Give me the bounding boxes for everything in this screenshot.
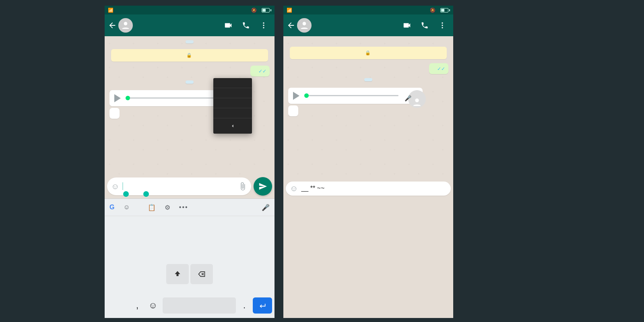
message-hey[interactable]: ✓✓ (250, 66, 270, 76)
settings-icon[interactable]: ⚙ (165, 204, 170, 211)
contact-avatar[interactable] (297, 18, 312, 33)
input-row: ☺ (105, 175, 275, 199)
chat-area[interactable]: 🔒 ✓✓ (283, 36, 453, 192)
svg-point-3 (263, 27, 264, 28)
voice-progress[interactable] (304, 95, 398, 96)
encryption-notice[interactable]: 🔒 (111, 49, 268, 62)
menu-bold[interactable] (213, 78, 252, 88)
emoji-key[interactable]: ☺ (146, 295, 160, 316)
contact-avatar[interactable] (118, 18, 133, 33)
mic-icon[interactable]: 🎤 (262, 204, 270, 211)
input-text[interactable]: __ ** ~~ (301, 184, 324, 193)
app-bar (283, 14, 453, 36)
menu-mono[interactable] (213, 108, 252, 118)
emoji-button[interactable]: ☺ (290, 184, 298, 193)
voice-progress[interactable] (126, 97, 220, 99)
space-key[interactable] (163, 297, 236, 314)
signal-icon: 📶 (287, 8, 292, 13)
date-chip-today (364, 78, 372, 81)
clipboard-icon[interactable]: 📋 (148, 204, 156, 211)
svg-point-7 (442, 25, 443, 26)
more-icon[interactable]: ••• (179, 204, 188, 211)
signal-icon: 📶 (108, 8, 114, 13)
svg-point-8 (442, 27, 443, 28)
back-button[interactable] (287, 21, 295, 30)
keyboard: G ☺ 📋 ⚙ ••• 🎤 , ☺ (105, 198, 275, 318)
dnd-icon: 🔕 (430, 8, 436, 13)
comma-key[interactable]: , (131, 295, 143, 316)
lock-icon: 🔒 (186, 52, 192, 58)
svg-point-5 (303, 22, 306, 25)
menu-back[interactable] (213, 118, 252, 134)
message-input[interactable]: ☺ (107, 178, 251, 195)
svg-point-1 (263, 23, 264, 24)
key-row-3 (106, 264, 273, 284)
message-hello[interactable] (109, 108, 120, 119)
message-input[interactable]: ☺ __ ** ~~ (286, 182, 451, 196)
status-bar: 📶 🔕 (283, 6, 453, 14)
shift-key[interactable] (166, 264, 189, 284)
back-button[interactable] (108, 21, 117, 30)
voice-call-button[interactable] (242, 21, 250, 30)
selection-handle-right[interactable] (143, 191, 149, 197)
date-chip-prev (186, 40, 194, 43)
svg-point-0 (124, 22, 128, 25)
video-call-button[interactable] (402, 21, 411, 30)
sticker-icon[interactable]: ☺ (123, 204, 130, 211)
read-ticks-icon: ✓✓ (437, 66, 445, 72)
menu-strike[interactable] (213, 98, 252, 108)
period-key[interactable]: . (238, 295, 250, 316)
play-icon[interactable] (114, 94, 121, 102)
more-menu-button[interactable] (259, 21, 268, 30)
phone-right: 📶 🔕 🔒 (283, 6, 453, 318)
video-call-button[interactable] (224, 21, 233, 30)
svg-point-2 (263, 25, 264, 26)
play-icon[interactable] (293, 92, 299, 100)
emoji-button[interactable]: ☺ (111, 182, 119, 191)
selection-handle-left[interactable] (123, 191, 129, 197)
send-button[interactable] (254, 177, 272, 196)
keyboard-suggestion-bar: G ☺ 📋 ⚙ ••• 🎤 (105, 199, 275, 216)
input-text[interactable] (122, 182, 123, 190)
menu-italic[interactable] (213, 88, 252, 98)
status-bar: 📶 🔕 (105, 6, 275, 14)
battery-icon (440, 8, 450, 12)
google-icon[interactable]: G (109, 204, 114, 211)
message-hello[interactable] (288, 105, 298, 116)
enter-key[interactable] (253, 297, 272, 314)
message-hey[interactable]: ✓✓ (429, 63, 448, 74)
mic-icon: 🎤 (405, 95, 411, 101)
format-context-menu (213, 78, 252, 134)
lock-icon: 🔒 (365, 50, 371, 56)
backspace-key[interactable] (190, 264, 213, 284)
svg-point-6 (442, 23, 443, 24)
read-ticks-icon: ✓✓ (258, 68, 266, 74)
app-bar (105, 14, 275, 36)
phone-left: 📶 🔕 (105, 6, 275, 318)
input-row: ☺ __ ** ~~ (283, 180, 453, 199)
more-menu-button[interactable] (438, 21, 447, 30)
voice-call-button[interactable] (420, 21, 429, 30)
attach-button[interactable] (238, 182, 247, 191)
svg-point-9 (415, 99, 419, 102)
date-chip-today (186, 80, 194, 84)
encryption-notice[interactable]: 🔒 (290, 47, 447, 59)
dnd-icon: 🔕 (251, 8, 257, 13)
battery-icon (262, 8, 271, 12)
voice-message[interactable]: 🎤 (288, 88, 423, 104)
